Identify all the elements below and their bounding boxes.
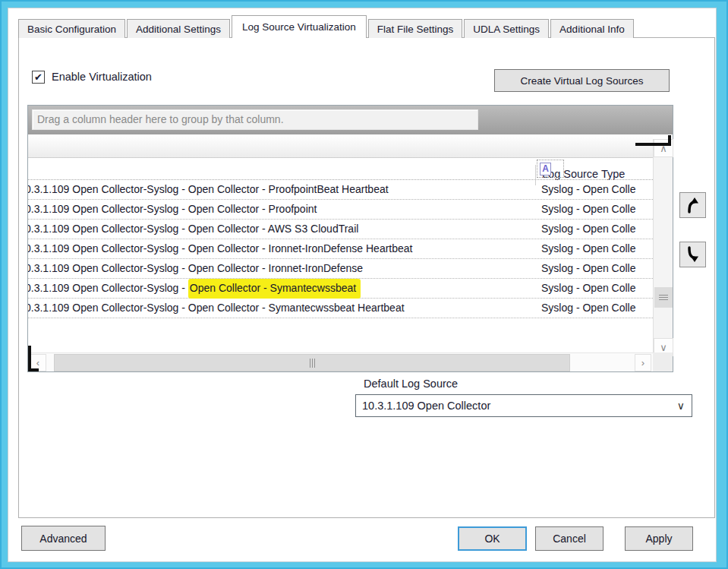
table-row[interactable]: 0.3.1.109 Open Collector-Syslog - Open C… bbox=[28, 200, 653, 220]
row-type-text: Syslog - Open Colle bbox=[535, 239, 653, 259]
row-type-text: Syslog - Open Colle bbox=[535, 259, 653, 279]
thumb-grip-icon bbox=[659, 297, 668, 298]
create-virtual-log-sources-button[interactable]: Create Virtual Log Sources bbox=[494, 69, 670, 92]
horizontal-scrollbar-thumb[interactable] bbox=[54, 354, 570, 371]
row-type-text: Syslog - Open Colle bbox=[535, 220, 653, 239]
row-type-text: Syslog - Open Colle bbox=[535, 279, 653, 299]
column-header-row: Log Source Type bbox=[28, 134, 653, 158]
table-row[interactable]: 0.3.1.109 Open Collector-Syslog - Open C… bbox=[28, 299, 653, 318]
window-frame: Basic Configuration Additional Settings … bbox=[0, 0, 728, 569]
chevron-down-icon: ∨ bbox=[677, 395, 685, 416]
group-by-hint: Drag a column header here to group by th… bbox=[32, 109, 478, 130]
chevron-right-icon: › bbox=[641, 357, 644, 368]
row-source-text: 0.3.1.109 Open Collector-Syslog - Open C… bbox=[28, 262, 363, 274]
row-type-text: Syslog - Open Colle bbox=[535, 180, 653, 200]
chevron-left-icon: ‹ bbox=[36, 357, 39, 368]
table-row[interactable]: 0.3.1.109 Open Collector-Syslog - Open C… bbox=[28, 259, 653, 279]
move-up-button[interactable] bbox=[679, 192, 706, 218]
text-filter-icon[interactable]: A bbox=[540, 163, 551, 175]
tab-additional-info[interactable]: Additional Info bbox=[550, 19, 634, 38]
row-type-text: Syslog - Open Colle bbox=[535, 299, 653, 318]
tab-basic-configuration[interactable]: Basic Configuration bbox=[18, 19, 125, 38]
move-down-button[interactable] bbox=[679, 242, 706, 267]
curved-down-arrow-icon bbox=[684, 245, 702, 264]
enable-virtualization-checkbox[interactable]: ✔ bbox=[32, 71, 45, 84]
dropdown-value: 10.3.1.109 Open Collector bbox=[362, 400, 490, 412]
apply-button[interactable]: Apply bbox=[625, 526, 693, 551]
default-log-source-dropdown[interactable]: 10.3.1.109 Open Collector ∨ bbox=[355, 394, 692, 417]
table-row-highlighted[interactable]: 0.3.1.109 Open Collector-Syslog - Open C… bbox=[28, 279, 653, 299]
chevron-down-icon: ∨ bbox=[660, 342, 667, 353]
row-source-text: 0.3.1.109 Open Collector-Syslog - bbox=[28, 282, 188, 294]
ok-button[interactable]: OK bbox=[458, 526, 527, 551]
default-log-source-label: Default Log Source bbox=[364, 378, 458, 390]
row-source-text: 0.3.1.109 Open Collector-Syslog - Open C… bbox=[28, 242, 413, 254]
table-row[interactable]: 0.3.1.109 Open Collector-Syslog - Open C… bbox=[28, 239, 653, 259]
tab-additional-settings[interactable]: Additional Settings bbox=[127, 19, 230, 38]
vertical-scrollbar[interactable]: ∧ ∨ bbox=[653, 139, 673, 356]
corner-mark-icon bbox=[668, 135, 671, 146]
enable-virtualization-label: Enable Virtualization bbox=[52, 71, 152, 83]
corner-mark-icon bbox=[28, 346, 31, 371]
filter-cell[interactable]: A bbox=[537, 160, 564, 178]
log-source-grid: Drag a column header here to group by th… bbox=[27, 105, 673, 372]
table-row[interactable]: 0.3.1.109 Open Collector-Syslog - Open C… bbox=[28, 180, 653, 200]
corner-mark-icon bbox=[28, 368, 39, 371]
row-source-text: 0.3.1.109 Open Collector-Syslog - Open C… bbox=[28, 302, 405, 314]
corner-mark-icon bbox=[635, 143, 671, 146]
table-row[interactable]: 0.3.1.109 Open Collector-Syslog - Open C… bbox=[28, 220, 653, 239]
vertical-scrollbar-thumb[interactable] bbox=[654, 287, 673, 308]
filter-row: A bbox=[28, 158, 653, 180]
highlight-annotation: Open Collector - Symantecwssbeat bbox=[188, 279, 361, 299]
row-source-text: 0.3.1.109 Open Collector-Syslog - Open C… bbox=[28, 203, 317, 215]
tab-log-source-virtualization[interactable]: Log Source Virtualization bbox=[232, 15, 367, 38]
horizontal-scrollbar[interactable]: ‹ › bbox=[28, 352, 653, 371]
curved-up-arrow-icon bbox=[684, 196, 702, 214]
checkmark-icon: ✔ bbox=[34, 71, 43, 83]
advanced-button[interactable]: Advanced bbox=[21, 526, 106, 551]
row-source-text: 0.3.1.109 Open Collector-Syslog - Open C… bbox=[28, 183, 389, 195]
group-by-panel: Drag a column header here to group by th… bbox=[28, 106, 673, 134]
tab-udla-settings[interactable]: UDLA Settings bbox=[464, 19, 549, 38]
properties-dialog: Basic Configuration Additional Settings … bbox=[8, 8, 717, 562]
tab-flat-file-settings[interactable]: Flat File Settings bbox=[368, 19, 463, 38]
thumb-grip-icon bbox=[312, 359, 313, 368]
cancel-button[interactable]: Cancel bbox=[535, 526, 604, 551]
scrollbar-corner bbox=[653, 352, 673, 371]
tab-strip: Basic Configuration Additional Settings … bbox=[18, 15, 635, 38]
row-source-text: 0.3.1.109 Open Collector-Syslog - Open C… bbox=[28, 223, 358, 235]
scroll-right-button[interactable]: › bbox=[635, 354, 651, 371]
row-type-text: Syslog - Open Colle bbox=[535, 200, 653, 220]
